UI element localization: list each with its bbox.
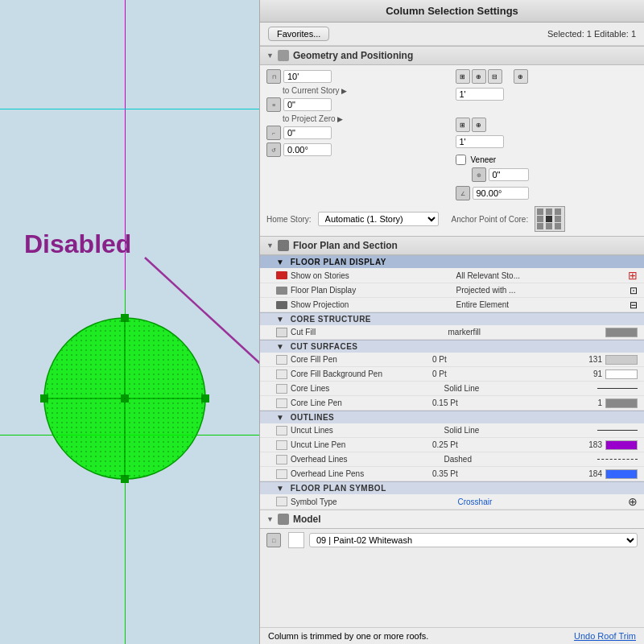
selected-info: Selected: 1 Editable: 1 bbox=[547, 29, 636, 39]
core-fill-pen-value: 0 Pt bbox=[432, 355, 574, 364]
uncut-line-pen-value: 0.25 Pt bbox=[432, 440, 574, 449]
symbol-type-icon bbox=[276, 497, 287, 506]
canvas-area: Disabled bbox=[0, 0, 259, 644]
fp-display-label: FLOOR PLAN DISPLAY bbox=[291, 258, 386, 266]
core-line-pen-value: 0.15 Pt bbox=[432, 398, 574, 407]
show-stories-name: Show on Stories bbox=[291, 271, 456, 280]
right-val1-input[interactable] bbox=[456, 88, 504, 101]
right-val2-row bbox=[456, 135, 638, 148]
overhead-pens-name: Overhead Line Pens bbox=[291, 469, 432, 478]
height-row: ⊓ bbox=[266, 69, 449, 84]
floor-plan-content: ▼ FLOOR PLAN DISPLAY Show on Stories All… bbox=[260, 255, 644, 510]
fp-symbol-triangle[interactable]: ▼ bbox=[276, 484, 284, 493]
core-fill-bg-num: 91 bbox=[574, 369, 602, 378]
right-val1-row bbox=[456, 88, 638, 101]
show-proj-icon bbox=[276, 301, 287, 309]
favorites-button[interactable]: Favorites... bbox=[268, 27, 329, 41]
symbol-type-row: Symbol Type Crosshair ⊕ bbox=[260, 494, 644, 510]
core-structure-triangle[interactable]: ▼ bbox=[276, 315, 284, 324]
offset-input[interactable] bbox=[283, 98, 332, 111]
cut-fill-icon bbox=[276, 328, 287, 337]
height-input[interactable] bbox=[283, 70, 332, 83]
fp-display-row: Floor Plan Display Projected with ... ⊡ bbox=[260, 283, 644, 298]
rotation-input[interactable] bbox=[283, 143, 332, 156]
geometry-section-header: ▼ Geometry and Positioning bbox=[260, 46, 644, 65]
show-proj-name: Show Projection bbox=[291, 300, 456, 309]
overhead-pens-num: 184 bbox=[574, 469, 602, 478]
floor-plan-triangle[interactable]: ▼ bbox=[266, 242, 274, 250]
core-lines-row: Core Lines Solid Line bbox=[260, 382, 644, 396]
cut-fill-row: Cut Fill markerfill bbox=[260, 325, 644, 340]
floor-plan-section-header: ▼ Floor Plan and Section bbox=[260, 236, 644, 255]
anchor-grid[interactable] bbox=[535, 206, 565, 232]
model-section-header: ▼ Model bbox=[260, 510, 644, 529]
cut-surfaces-triangle[interactable]: ▼ bbox=[276, 342, 284, 351]
core-fill-bg-name: Core Fill Background Pen bbox=[291, 369, 432, 378]
overhead-lines-row: Overhead Lines Dashed bbox=[260, 452, 644, 467]
core-lines-value: Solid Line bbox=[444, 384, 598, 393]
geo-icon-1[interactable]: ⊞ bbox=[456, 69, 470, 84]
material-preview bbox=[288, 532, 304, 548]
core-fill-pen-row: Core Fill Pen 0 Pt 131 bbox=[260, 353, 644, 367]
to-current-story-btn[interactable]: ▶ bbox=[340, 87, 349, 95]
fp-symbol-header: ▼ FLOOR PLAN SYMBOL bbox=[260, 481, 644, 494]
uncut-lines-name: Uncut Lines bbox=[291, 426, 444, 435]
veneer-input[interactable] bbox=[489, 168, 529, 181]
floor-plan-label: Floor Plan and Section bbox=[293, 240, 398, 251]
core-fill-bg-swatch bbox=[605, 369, 638, 379]
fp-symbol-label: FLOOR PLAN SYMBOL bbox=[291, 484, 386, 493]
core-line-pen-row: Core Line Pen 0.15 Pt 1 bbox=[260, 396, 644, 411]
fp-display-header: ▼ FLOOR PLAN DISPLAY bbox=[260, 255, 644, 268]
fp-display-name: Floor Plan Display bbox=[291, 286, 456, 295]
cyan-line bbox=[0, 109, 259, 109]
uncut-line-pen-name: Uncut Line Pen bbox=[291, 440, 432, 449]
panel-content[interactable]: ▼ Geometry and Positioning ⊓ to Current … bbox=[260, 46, 644, 627]
model-material-icon: □ bbox=[266, 533, 281, 547]
core-lines-sample bbox=[597, 388, 638, 389]
core-fill-pen-icon bbox=[276, 355, 287, 365]
core-line-pen-icon bbox=[276, 398, 287, 408]
core-fill-bg-pen-row: Core Fill Background Pen 0 Pt 91 bbox=[260, 367, 644, 382]
to-project-zero-btn[interactable]: ▶ bbox=[336, 115, 345, 123]
model-triangle[interactable]: ▼ bbox=[266, 515, 274, 523]
geometry-icon bbox=[278, 50, 289, 61]
geo-icons-group: ⊞ ⊕ ⊟ ⊕ bbox=[456, 69, 638, 84]
home-story-select[interactable]: Automatic (1. Story) bbox=[318, 212, 439, 226]
geo-icon-4[interactable]: ⊕ bbox=[514, 69, 528, 84]
geo-icon-2[interactable]: ⊕ bbox=[472, 69, 486, 84]
core-fill-bg-value: 0 Pt bbox=[432, 369, 574, 378]
home-story-label: Home Story: bbox=[266, 215, 312, 224]
material-select[interactable]: 09 | Paint-02 Whitewash bbox=[309, 533, 638, 547]
disabled-label: Disabled bbox=[24, 229, 131, 259]
fp-display-value: Projected with ... bbox=[456, 286, 622, 295]
bottom-message: Column is trimmed by one or more roofs. bbox=[268, 631, 428, 641]
model-label: Model bbox=[293, 514, 321, 525]
uncut-line-pen-num: 183 bbox=[574, 440, 602, 449]
show-projection-row: Show Projection Entire Element ⊟ bbox=[260, 298, 644, 312]
geo-icon-5[interactable]: ⊞ bbox=[456, 118, 470, 132]
floor-plan-icon bbox=[278, 240, 289, 251]
right-val2-input[interactable] bbox=[456, 135, 504, 148]
geo-icon-3[interactable]: ⊟ bbox=[488, 69, 502, 84]
anchor-label: Anchor Point of Core: bbox=[452, 215, 529, 224]
veneer-label: Veneer bbox=[471, 155, 497, 164]
bottom-offset-input[interactable] bbox=[283, 126, 332, 139]
settings-panel: Column Selection Settings Favorites... S… bbox=[259, 0, 644, 644]
geometry-triangle[interactable]: ▼ bbox=[266, 52, 274, 60]
uncut-lines-value: Solid Line bbox=[444, 426, 598, 435]
undo-roof-trim[interactable]: Undo Roof Trim bbox=[574, 631, 636, 641]
angle-input[interactable] bbox=[473, 187, 529, 200]
uncut-lines-row: Uncut Lines Solid Line bbox=[260, 423, 644, 438]
fp-display-triangle[interactable]: ▼ bbox=[276, 258, 284, 266]
outlines-triangle[interactable]: ▼ bbox=[276, 413, 284, 422]
core-structure-header: ▼ CORE STRUCTURE bbox=[260, 312, 644, 325]
uncut-lines-sample bbox=[597, 430, 638, 431]
home-story-container: Home Story: Automatic (1. Story) Anchor … bbox=[266, 206, 638, 232]
geometry-label: Geometry and Positioning bbox=[293, 50, 413, 61]
cut-surfaces-header: ▼ CUT SURFACES bbox=[260, 340, 644, 353]
geo-icon-6[interactable]: ⊕ bbox=[472, 118, 486, 132]
cut-surfaces-label: CUT SURFACES bbox=[291, 342, 358, 351]
veneer-checkbox[interactable] bbox=[456, 155, 466, 165]
core-line-pen-num: 1 bbox=[574, 398, 602, 407]
core-line-pen-name: Core Line Pen bbox=[291, 398, 432, 407]
